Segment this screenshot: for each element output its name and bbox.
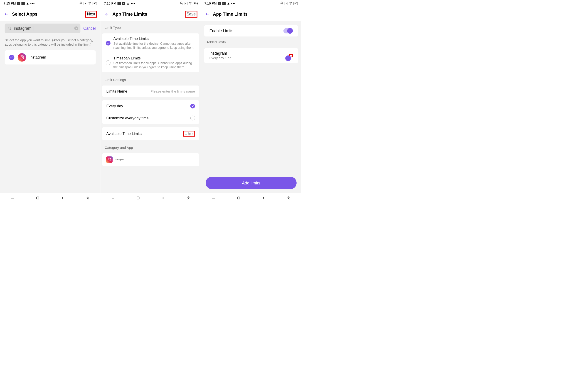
timer-icon: ⧗ xyxy=(222,2,226,5)
radio-off-icon xyxy=(190,116,195,120)
svg-point-9 xyxy=(290,4,291,4)
system-nav-bar xyxy=(0,193,302,203)
limit-item-instagram[interactable]: Instagram Every day 1 hr xyxy=(204,48,298,63)
search-text: instagram xyxy=(14,26,31,31)
warning-icon: ▲ xyxy=(26,1,29,5)
svg-point-7 xyxy=(109,159,110,160)
svg-point-11 xyxy=(88,196,88,197)
vibrate-icon: × xyxy=(184,2,188,5)
battery-icon: 90 xyxy=(193,2,198,5)
svg-rect-10 xyxy=(36,197,39,199)
appbar: App Time Limits Save xyxy=(100,7,201,21)
back-button[interactable] xyxy=(4,11,9,17)
accessibility-icon[interactable] xyxy=(286,196,291,200)
svg-rect-14 xyxy=(238,197,240,199)
svg-point-3 xyxy=(21,56,23,58)
timer-icon: ⧗ xyxy=(122,2,125,5)
app-item-instagram[interactable]: Instagram xyxy=(5,50,96,64)
accessibility-icon[interactable] xyxy=(186,196,191,200)
timer-icon: ⧗ xyxy=(22,2,25,5)
wifi-icon xyxy=(289,1,292,5)
menu-icon[interactable] xyxy=(111,196,115,200)
row-customize-everyday[interactable]: Customize everyday time xyxy=(102,112,199,124)
menu-icon[interactable] xyxy=(10,196,15,200)
panel-app-time-limits-list: 7:16 PM ↓ ⧗ ▲ ••• × 90 App Time Limits xyxy=(201,0,302,193)
search-input[interactable]: instagram ✕ xyxy=(5,23,80,33)
next-button[interactable]: Next xyxy=(85,11,97,18)
status-bar: 7:16 PM ↓ ⧗ ▲ ••• × 90 xyxy=(201,0,302,7)
menu-icon[interactable] xyxy=(211,196,216,200)
battery-icon: 90 xyxy=(294,2,298,5)
more-icon: ••• xyxy=(231,1,236,5)
svg-point-13 xyxy=(188,196,188,197)
help-text: Select the app you want to limit. (After… xyxy=(0,37,100,50)
warning-icon: ▲ xyxy=(227,1,230,5)
page-title: Select Apps xyxy=(12,11,97,16)
clear-icon[interactable]: ✕ xyxy=(74,26,78,30)
status-bar: 7:16 PM ↓ ⧗ ▲ ••• × 90 xyxy=(100,0,201,7)
back-nav-icon[interactable] xyxy=(161,196,166,200)
section-limit-settings: Limit Settings xyxy=(100,76,201,84)
appbar: App Time Limits xyxy=(201,7,302,21)
dnd-icon xyxy=(180,1,183,5)
accessibility-icon[interactable] xyxy=(86,196,90,200)
option-title: Timespan Limits xyxy=(114,56,195,60)
option-timespan-limits[interactable]: Timespan Limits Set timespan limits for … xyxy=(102,53,199,72)
option-desc: Set timespan limits for all apps. Cannot… xyxy=(114,61,195,69)
svg-point-4 xyxy=(23,56,23,56)
radio-selected-icon xyxy=(106,41,110,46)
status-time: 7:16 PM xyxy=(204,1,217,5)
row-available-time-limits[interactable]: Available Time Limits 1 hr› xyxy=(102,127,199,140)
row-enable-limits[interactable]: Enable Limits xyxy=(204,25,298,36)
search-icon xyxy=(8,26,12,30)
appbar: Select Apps Next xyxy=(0,7,100,21)
check-icon xyxy=(9,55,14,60)
row-every-day[interactable]: Every day xyxy=(102,100,199,112)
radio-on-icon xyxy=(190,104,195,109)
svg-rect-12 xyxy=(137,197,139,199)
vibrate-icon: × xyxy=(284,2,288,5)
save-button[interactable]: Save xyxy=(185,11,198,18)
back-button[interactable] xyxy=(204,11,210,17)
wifi-icon xyxy=(188,1,192,5)
option-title: Available Time Limits xyxy=(114,36,195,41)
instagram-icon xyxy=(106,156,112,163)
instagram-icon xyxy=(18,53,26,61)
app-item-instagram[interactable]: Instagram xyxy=(102,153,199,166)
svg-point-1 xyxy=(8,27,10,29)
home-icon[interactable] xyxy=(136,196,140,200)
more-icon: ••• xyxy=(131,1,135,5)
battery-icon: 90 xyxy=(92,2,97,5)
section-limit-type: Limit Type xyxy=(100,23,201,32)
vibrate-icon: × xyxy=(84,2,87,5)
page-title: App Time Limits xyxy=(112,11,197,16)
limits-name-placeholder: Please enter the limits name xyxy=(150,89,195,93)
download-icon: ↓ xyxy=(117,2,121,5)
option-desc: Set available time for the device. Canno… xyxy=(114,41,195,50)
svg-point-8 xyxy=(110,159,110,159)
status-time: 7:15 PM xyxy=(4,1,16,5)
panel-select-apps: 7:15 PM ↓ ⧗ ▲ ••• × 90 Select Apps Next xyxy=(0,0,100,193)
page-title: App Time Limits xyxy=(213,11,298,16)
dnd-icon xyxy=(280,1,284,5)
svg-point-5 xyxy=(190,4,190,4)
toggle-on[interactable] xyxy=(284,28,293,33)
section-category-app: Category and App xyxy=(100,143,201,152)
chevron-right-icon: › xyxy=(192,132,193,136)
back-nav-icon[interactable] xyxy=(60,196,65,200)
row-limits-name[interactable]: Limits Name Please enter the limits name xyxy=(102,85,199,97)
radio-unselected-icon xyxy=(106,60,110,65)
back-button[interactable] xyxy=(104,11,110,17)
wifi-icon xyxy=(88,1,92,5)
home-icon[interactable] xyxy=(236,196,241,200)
warning-icon: ▲ xyxy=(126,1,130,5)
app-name: Instagram xyxy=(30,55,46,59)
limit-subtitle: Every day 1 hr xyxy=(209,56,230,60)
option-available-time-limits[interactable]: Available Time Limits Set available time… xyxy=(102,33,199,53)
home-icon[interactable] xyxy=(36,196,40,200)
back-nav-icon[interactable] xyxy=(262,196,266,200)
cancel-button[interactable]: Cancel xyxy=(83,26,96,31)
section-added-limits: Added limits xyxy=(201,38,302,46)
add-limits-button[interactable]: Add limits xyxy=(206,177,297,189)
download-icon: ↓ xyxy=(17,2,20,5)
